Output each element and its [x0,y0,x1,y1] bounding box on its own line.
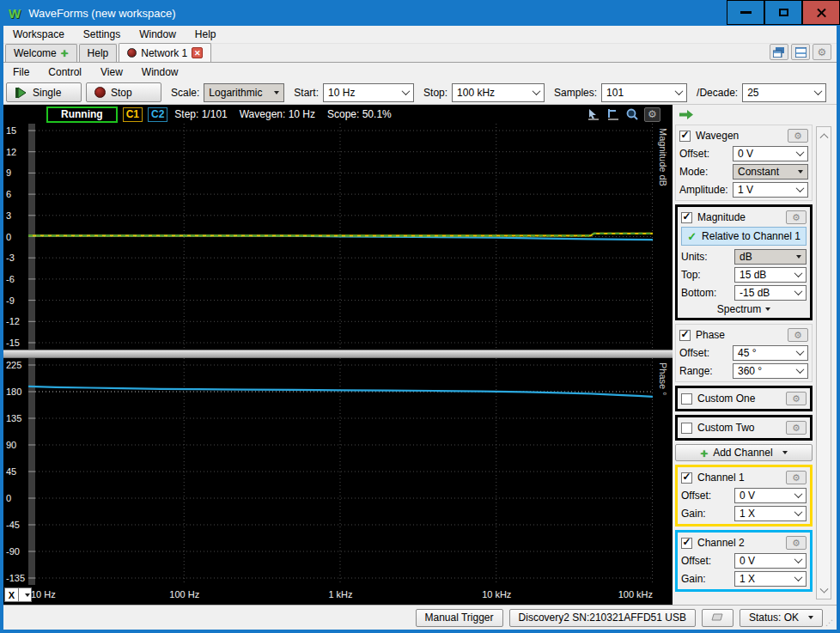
wavegen-label: Wavegen [696,130,739,142]
wavegen-amplitude-combo[interactable]: 1 V [733,182,808,198]
bottom-combo[interactable]: -15 dB [734,285,807,301]
single-button[interactable]: Single [6,82,82,102]
custom-one-label: Custom One [697,393,755,405]
step-status: Step: 1/101 [174,108,227,120]
plot-settings-gear-icon[interactable]: ⚙ [644,107,660,122]
magnitude-gear-icon[interactable]: ⚙ [786,210,807,224]
channel1-checkbox[interactable] [681,472,692,484]
start-combo[interactable]: 10 Hz [323,83,414,102]
cursor-tool-icon[interactable] [585,107,601,122]
phase-y-axis: 22518013590450-45-90-135 [3,358,28,585]
log-button[interactable] [702,609,733,627]
panel-scrollbar[interactable] [816,126,831,600]
minimize-button[interactable] [727,0,764,25]
tab-help[interactable]: Help [79,44,118,62]
scroll-up-icon[interactable] [817,128,831,142]
tab-help-label: Help [88,47,109,59]
relative-to-channel1-button[interactable]: ✓ Relative to Channel 1 [681,227,807,246]
measure-tool-icon[interactable] [605,107,621,122]
spectrum-select[interactable]: Spectrum [678,301,810,316]
magnitude-y-axis: 15129630-3-6-9-12-15 [3,124,28,350]
y-tick-label: -45 [6,520,20,530]
custom-two-checkbox[interactable] [681,423,692,434]
tab-welcome[interactable]: Welcome + [5,44,77,62]
combo-chevron-icon [814,87,823,95]
phase-range-combo[interactable]: 360 ° [733,363,808,379]
samples-combo[interactable]: 101 [601,83,687,102]
config-panel: Wavegen ⚙ Offset: 0 V Mode: Constant Amp… [673,105,816,605]
wavegen-gear-icon[interactable]: ⚙ [788,129,808,143]
menu-file[interactable]: File [3,63,39,81]
top-combo[interactable]: 15 dB [734,267,807,283]
collapse-panel-arrow-icon[interactable] [679,110,694,119]
menu-workspace[interactable]: Workspace [3,26,74,43]
custom-two-gear-icon[interactable]: ⚙ [786,421,807,435]
phase-label: Phase [696,329,725,341]
plot-splitter[interactable] [3,350,673,358]
close-button[interactable] [802,0,840,25]
channel2-offset-combo[interactable]: 0 V [734,553,807,569]
scale-label: Scale: [171,87,199,99]
combo-chevron-icon [796,347,805,356]
resize-grip[interactable]: ⋰ [825,618,834,627]
magnitude-plot[interactable] [28,124,653,350]
workspace-gear-icon[interactable]: ⚙ [813,44,831,60]
device-button[interactable]: Discovery2 SN:210321AFFD51 USB [509,609,696,627]
channel1-gain-combo[interactable]: 1 X [734,506,807,521]
x-tick-label: 10 kHz [482,589,511,600]
custom-one-section: Custom One ⚙ [675,386,813,411]
scale-select[interactable]: Logarithmic [204,83,284,102]
wavegen-mode-select[interactable]: Constant [733,164,808,180]
x-axis-button[interactable]: X [4,587,19,602]
wavegen-checkbox[interactable] [679,131,691,142]
scroll-down-icon[interactable] [817,584,831,598]
channel1-gear-icon[interactable]: ⚙ [786,471,807,484]
zoom-tool-icon[interactable] [624,107,641,122]
stop-button[interactable]: Stop [86,82,161,102]
tab-network-1[interactable]: Network 1 ✕ [119,43,211,62]
maximize-button[interactable] [764,0,802,25]
combo-chevron-icon [794,287,803,295]
wavegen-offset-combo[interactable]: 0 V [733,146,808,161]
tab-close-icon[interactable]: ✕ [192,47,203,58]
menu-settings[interactable]: Settings [74,26,130,43]
magnitude-label: Magnitude [697,211,746,223]
menu-help[interactable]: Help [186,26,226,43]
channel2-gear-icon[interactable]: ⚙ [786,536,807,550]
units-select[interactable]: dB [734,249,807,265]
x-axis-dropdown[interactable] [19,587,32,602]
stop-combo[interactable]: 100 kHz [452,83,545,102]
combo-chevron-icon [794,555,803,563]
dropdown-arrow-icon [25,593,30,597]
channel1-badge[interactable]: C1 [123,107,143,122]
channel1-offset-combo[interactable]: 0 V [734,488,807,503]
menu-window[interactable]: Window [130,26,186,43]
decade-combo[interactable]: 25 [742,83,826,102]
dropdown-arrow-icon [798,170,803,173]
menu-window-2[interactable]: Window [132,63,188,81]
combo-chevron-icon [794,508,803,516]
manual-trigger-button[interactable]: Manual Trigger [416,609,503,627]
status-button[interactable]: Status: OK [740,609,823,627]
menu-control[interactable]: Control [39,63,91,81]
add-channel-button[interactable]: + Add Channel [675,444,813,461]
y-tick-label: 225 [6,360,21,370]
tile-windows-icon[interactable] [791,44,810,60]
menu-view[interactable]: View [91,63,132,81]
bottom-label: Bottom: [681,287,734,299]
phase-plot[interactable] [28,358,653,585]
custom-one-gear-icon[interactable]: ⚙ [786,392,807,405]
channel2-checkbox[interactable] [681,538,692,549]
add-tab-icon[interactable]: + [61,49,69,58]
phase-offset-combo[interactable]: 45 ° [733,345,808,361]
magnitude-checkbox[interactable] [681,212,692,223]
cascade-windows-icon[interactable] [770,44,788,60]
phase-gear-icon[interactable]: ⚙ [788,328,808,342]
dropdown-arrow-icon [796,255,801,259]
x-axis-selector[interactable]: X [4,587,32,602]
channel2-badge[interactable]: C2 [148,107,167,122]
channel2-gain-combo[interactable]: 1 X [734,571,807,587]
title-bar: W WaveForms (new workspace) [0,0,840,26]
custom-one-checkbox[interactable] [681,393,692,405]
phase-checkbox[interactable] [679,330,691,341]
